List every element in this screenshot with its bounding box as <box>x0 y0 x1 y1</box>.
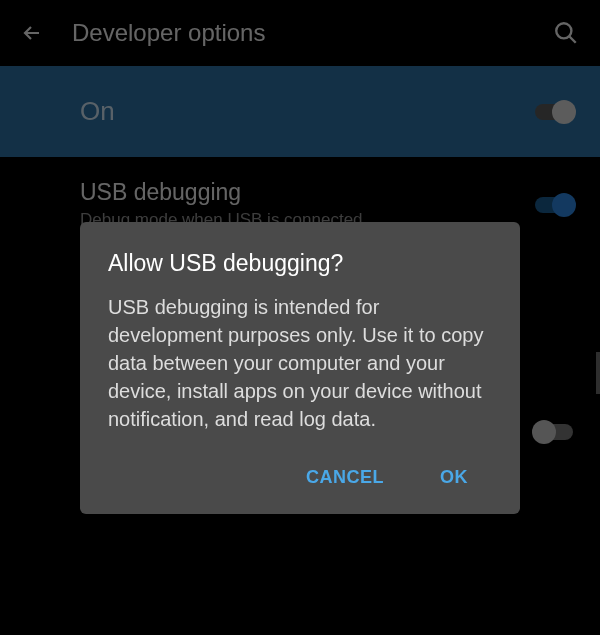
background-toggle <box>532 420 576 444</box>
dialog-overlay: Allow USB debugging? USB debugging is in… <box>0 0 600 635</box>
cancel-button[interactable]: CANCEL <box>298 457 392 498</box>
dialog-title: Allow USB debugging? <box>108 250 492 277</box>
dialog-body: USB debugging is intended for developmen… <box>108 293 492 433</box>
ok-button[interactable]: OK <box>432 457 476 498</box>
dialog-actions: CANCEL OK <box>108 457 492 498</box>
usb-debugging-dialog: Allow USB debugging? USB debugging is in… <box>80 222 520 514</box>
